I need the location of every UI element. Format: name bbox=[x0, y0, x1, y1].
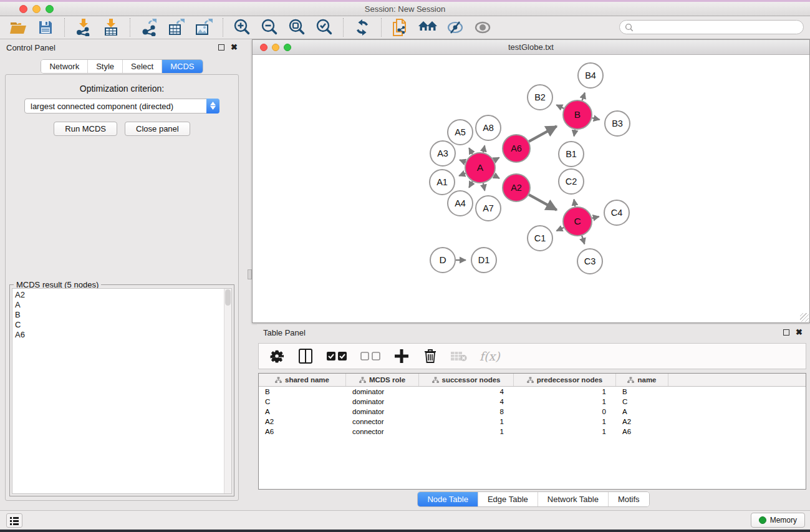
mcds-result-list[interactable]: A2ABCA6 bbox=[12, 288, 232, 494]
graph-edge-A-A8[interactable] bbox=[483, 145, 485, 152]
graph-edge-B-B1[interactable] bbox=[574, 130, 576, 137]
table-cell[interactable]: A bbox=[616, 408, 668, 415]
table-cell[interactable]: A6 bbox=[616, 428, 668, 435]
table-row[interactable]: Bdominator41B bbox=[259, 387, 806, 397]
resize-grip[interactable] bbox=[800, 313, 809, 322]
tab-network-table[interactable]: Network Table bbox=[538, 492, 608, 506]
node-table[interactable]: shared nameMCDS rolesuccessor nodesprede… bbox=[258, 373, 806, 490]
table-cell[interactable]: 4 bbox=[419, 398, 514, 405]
float-panel-icon[interactable] bbox=[218, 44, 224, 51]
tab-motifs[interactable]: Motifs bbox=[608, 492, 649, 506]
zoom-in-icon[interactable] bbox=[233, 18, 251, 37]
criterion-select[interactable]: largest connected component (directed) bbox=[24, 99, 219, 114]
graph-edge-A6-B[interactable] bbox=[529, 126, 557, 142]
column-header-name[interactable]: name bbox=[616, 374, 668, 386]
network-window-titlebar[interactable]: testGlobe.txt bbox=[253, 40, 809, 55]
tab-edge-table[interactable]: Edge Table bbox=[478, 492, 538, 506]
home-icon[interactable] bbox=[418, 18, 437, 37]
table-cell[interactable]: connector bbox=[346, 418, 419, 425]
column-view-icon[interactable] bbox=[297, 348, 314, 364]
graph-edge-A-A1[interactable] bbox=[459, 173, 465, 176]
table-settings-gear-icon[interactable] bbox=[269, 348, 285, 364]
graph-edge-A2-C[interactable] bbox=[529, 195, 557, 210]
table-cell[interactable]: 1 bbox=[419, 428, 514, 435]
import-table-icon[interactable] bbox=[102, 18, 120, 37]
table-cell[interactable]: 1 bbox=[514, 428, 616, 435]
result-scrollbar-thumb[interactable] bbox=[225, 289, 231, 306]
clone-network-icon[interactable] bbox=[391, 18, 410, 37]
table-cell[interactable]: A2 bbox=[259, 418, 346, 425]
close-panel-icon[interactable]: ✖ bbox=[231, 44, 238, 51]
graph-edge-C-C3[interactable] bbox=[582, 236, 584, 244]
graph-edge-B-B2[interactable] bbox=[556, 105, 564, 109]
table-cell[interactable]: 1 bbox=[514, 418, 616, 425]
hide-graphics-details-icon[interactable] bbox=[446, 18, 465, 37]
result-list-item[interactable]: A2 bbox=[15, 290, 231, 300]
graph-edge-C-C4[interactable] bbox=[592, 216, 599, 218]
graph-edge-A-A2[interactable] bbox=[494, 175, 499, 178]
table-cell[interactable]: A bbox=[259, 408, 346, 415]
graph-edge-B-B4[interactable] bbox=[582, 93, 585, 101]
table-cell[interactable]: connector bbox=[346, 428, 419, 435]
table-cell[interactable]: 4 bbox=[419, 388, 514, 395]
table-cell[interactable]: 8 bbox=[419, 408, 514, 415]
export-network-icon[interactable] bbox=[140, 18, 158, 37]
export-image-icon[interactable] bbox=[195, 18, 213, 37]
table-cell[interactable]: dominator bbox=[346, 398, 419, 405]
result-list-item[interactable]: A bbox=[15, 300, 231, 310]
table-cell[interactable]: C bbox=[616, 398, 668, 405]
graph-edge-A-A6[interactable] bbox=[494, 158, 499, 161]
open-session-icon[interactable] bbox=[9, 18, 27, 37]
splitter-handle[interactable] bbox=[248, 269, 252, 279]
zoom-fit-icon[interactable] bbox=[287, 18, 306, 37]
table-cell[interactable]: dominator bbox=[346, 408, 419, 415]
column-header-shared-name[interactable]: shared name bbox=[259, 374, 346, 386]
network-canvas[interactable]: AA1A2A3A4A5A6A7A8BB1B2B3B4CC1C2C3C4DD1 bbox=[253, 55, 809, 322]
tab-select[interactable]: Select bbox=[122, 60, 162, 73]
show-panels-icon[interactable] bbox=[6, 513, 22, 528]
graph-edge-A-A5[interactable] bbox=[469, 148, 473, 154]
table-float-icon[interactable] bbox=[783, 329, 789, 336]
table-row[interactable]: A2connector11A2 bbox=[259, 417, 806, 427]
graph-edge-A-A4[interactable] bbox=[469, 181, 473, 188]
graph-edge-B-B3[interactable] bbox=[592, 118, 599, 120]
refresh-icon[interactable] bbox=[353, 18, 372, 37]
export-table-icon[interactable] bbox=[167, 18, 186, 37]
table-cell[interactable]: 0 bbox=[514, 408, 616, 415]
result-scrollbar[interactable] bbox=[224, 289, 231, 493]
search-input[interactable] bbox=[619, 20, 804, 34]
delete-column-trash-icon[interactable] bbox=[422, 348, 438, 364]
table-cell[interactable]: C bbox=[259, 398, 346, 405]
column-header-MCDS-role[interactable]: MCDS role bbox=[346, 374, 419, 386]
tab-network[interactable]: Network bbox=[41, 60, 87, 73]
save-session-icon[interactable] bbox=[36, 18, 55, 37]
column-header-successor-nodes[interactable]: successor nodes bbox=[419, 374, 514, 386]
table-cell[interactable]: A6 bbox=[259, 428, 346, 435]
table-close-icon[interactable]: ✖ bbox=[796, 329, 803, 336]
zoom-selected-icon[interactable] bbox=[315, 18, 334, 37]
select-all-icon[interactable] bbox=[326, 348, 347, 364]
table-cell[interactable]: 1 bbox=[419, 418, 514, 425]
zoom-out-icon[interactable] bbox=[260, 18, 279, 37]
import-network-icon[interactable] bbox=[74, 18, 93, 37]
table-cell[interactable]: 1 bbox=[514, 398, 616, 405]
table-cell[interactable]: A2 bbox=[616, 418, 668, 425]
table-cell[interactable]: B bbox=[616, 388, 668, 395]
add-column-icon[interactable] bbox=[393, 348, 410, 364]
graph-edge-A-A3[interactable] bbox=[460, 160, 466, 162]
table-row[interactable]: Adominator80A bbox=[259, 407, 806, 417]
result-list-item[interactable]: C bbox=[15, 320, 231, 330]
graph-edge-C-C1[interactable] bbox=[556, 228, 564, 231]
memory-button[interactable]: Memory bbox=[751, 513, 805, 528]
table-row[interactable]: A6connector11A6 bbox=[259, 427, 806, 437]
result-list-item[interactable]: A6 bbox=[15, 330, 231, 340]
column-header-predecessor-nodes[interactable]: predecessor nodes bbox=[514, 374, 616, 386]
close-panel-button[interactable]: Close panel bbox=[125, 122, 190, 136]
run-mcds-button[interactable]: Run MCDS bbox=[54, 122, 117, 136]
table-cell[interactable]: dominator bbox=[346, 388, 419, 395]
table-cell[interactable]: 1 bbox=[514, 388, 616, 395]
table-cell[interactable]: B bbox=[259, 388, 346, 395]
graph-edge-C-C2[interactable] bbox=[574, 200, 575, 207]
table-row[interactable]: Cdominator41C bbox=[259, 397, 806, 407]
graph-edge-A-A7[interactable] bbox=[483, 183, 485, 191]
